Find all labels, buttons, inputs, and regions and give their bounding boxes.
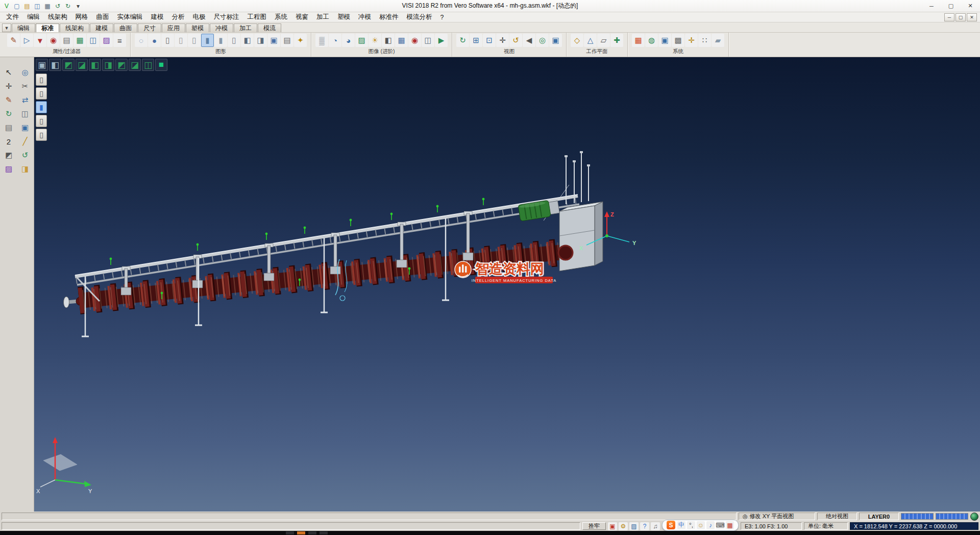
cylinder-shadow-icon[interactable]: ▮: [214, 34, 227, 47]
snapshot-icon[interactable]: ◫: [422, 34, 434, 47]
palette-icon[interactable]: ▨: [629, 522, 639, 530]
reset-filter-icon[interactable]: ≡: [113, 34, 126, 47]
ime-punct-icon[interactable]: °,: [687, 521, 695, 529]
animation-icon[interactable]: ▶: [435, 34, 448, 47]
doc-slot-3-icon[interactable]: ▮: [36, 101, 47, 113]
solid-stack-icon[interactable]: ▣: [267, 34, 280, 47]
color-filter-icon[interactable]: ▦: [74, 34, 86, 47]
move-icon[interactable]: ⇄: [18, 94, 32, 106]
units-indicator[interactable]: 单位: 毫米: [804, 522, 848, 530]
maximize-button[interactable]: ▢: [941, 0, 961, 12]
solid-list-icon[interactable]: ▤: [281, 34, 293, 47]
solid-group-icon[interactable]: ◧: [241, 34, 254, 47]
help-tray-icon[interactable]: ?: [640, 522, 649, 530]
background-icon[interactable]: ▦: [395, 34, 408, 47]
doc-slot-2-icon[interactable]: ▯: [36, 87, 47, 100]
zoom-icon[interactable]: ◎: [18, 66, 32, 79]
front-view-cube-icon[interactable]: ◩: [62, 59, 75, 71]
workplane-reset-icon[interactable]: ✚: [610, 34, 623, 47]
render-icon[interactable]: ◉: [408, 34, 421, 47]
undo-icon[interactable]: ↺: [53, 2, 62, 11]
workplane-xy-icon[interactable]: ◇: [571, 34, 583, 47]
snap-settings-icon[interactable]: ✛: [685, 34, 698, 47]
absolute-view-button[interactable]: 绝对视图: [817, 513, 857, 520]
pan-icon[interactable]: ✛: [2, 80, 15, 92]
attribute-brush-icon[interactable]: ▨: [100, 34, 113, 47]
info-icon[interactable]: ◩: [2, 149, 15, 161]
cylinder-outline-icon[interactable]: ▯: [161, 34, 174, 47]
workplane-3point-icon[interactable]: △: [584, 34, 597, 47]
zoom-fit-icon[interactable]: ⊡: [483, 34, 496, 47]
dynamic-view-icon[interactable]: ◎: [536, 34, 549, 47]
shaded-cube-icon[interactable]: ■: [155, 59, 167, 71]
plane-display-icon[interactable]: ▰: [712, 34, 724, 47]
windows-taskbar[interactable]: [0, 531, 980, 535]
capture-icon[interactable]: ▣: [608, 522, 617, 530]
solid-icon[interactable]: ▣: [18, 121, 32, 134]
ime-emoji-icon[interactable]: ☺: [697, 521, 705, 529]
system-globe-icon[interactable]: ◍: [645, 34, 658, 47]
matrix-icon[interactable]: ∷: [698, 34, 711, 47]
settings-gear-icon[interactable]: ⚙: [619, 522, 628, 530]
minimize-button[interactable]: ─: [922, 0, 941, 12]
cylinder-hidden-icon[interactable]: ▯: [175, 34, 187, 47]
render-style-icon[interactable]: ▨: [2, 163, 15, 175]
solid-split-icon[interactable]: ◨: [254, 34, 267, 47]
doc-slot-5-icon[interactable]: ▯: [36, 129, 47, 141]
preferences-icon[interactable]: ▣: [658, 34, 671, 47]
cylinder-ghost-icon[interactable]: ▯: [228, 34, 240, 47]
wireframe-display-icon[interactable]: ◌: [135, 34, 148, 47]
undo-history-icon[interactable]: ↺: [18, 149, 32, 161]
edit-attributes-icon[interactable]: ✎: [7, 34, 20, 47]
redo-icon[interactable]: ↻: [63, 2, 72, 11]
shaded-display-icon[interactable]: ●: [148, 34, 161, 47]
taskbar-item-active[interactable]: [297, 531, 305, 534]
globe-status-icon[interactable]: [970, 513, 978, 521]
layer-filter-icon[interactable]: ▤: [60, 34, 73, 47]
two-d-view-icon[interactable]: 2: [2, 135, 15, 148]
active-layer-indicator[interactable]: LAYER0: [859, 513, 899, 520]
refresh-view-icon[interactable]: ↻: [456, 34, 469, 47]
ime-lang-icon[interactable]: 中: [677, 521, 685, 529]
transparency-icon[interactable]: ◔: [329, 34, 341, 47]
viewport-layout-icon[interactable]: ▣: [36, 59, 48, 71]
trim-icon[interactable]: ✂: [18, 80, 32, 92]
copy-attributes-icon[interactable]: ▷: [20, 34, 33, 47]
open-file-icon[interactable]: ▤: [22, 2, 32, 11]
snap-lock-button[interactable]: 拴牢: [582, 522, 606, 530]
materials-icon[interactable]: ▨: [355, 34, 368, 47]
doc-slot-4-icon[interactable]: ▯: [36, 115, 47, 127]
previous-view-icon[interactable]: ◀: [523, 34, 535, 47]
iso-view-4-cube-icon[interactable]: ◫: [142, 59, 154, 71]
print-icon[interactable]: ▦: [43, 2, 52, 11]
color-settings-icon[interactable]: ▦: [632, 34, 645, 47]
paste-icon[interactable]: ◨: [18, 163, 32, 175]
shadow-icon[interactable]: ◧: [382, 34, 395, 47]
spark-icon[interactable]: ✦: [294, 34, 307, 47]
reflection-icon[interactable]: ◕: [342, 34, 355, 47]
cylinder-solid-icon[interactable]: ▮: [201, 34, 214, 47]
sketch-icon[interactable]: ✎: [2, 94, 15, 106]
pan-view-icon[interactable]: ✛: [496, 34, 509, 47]
rotate-icon[interactable]: ↻: [2, 108, 15, 120]
layers-icon[interactable]: ▤: [2, 121, 15, 134]
viewport-3d[interactable]: ▣◧◩◪◧◨◩◪◫■ ▯▯▮▯▯: [34, 57, 980, 512]
workplane-view-mode[interactable]: ◎ 修改 XY 平面视图: [739, 513, 815, 520]
iso-view-2-cube-icon[interactable]: ◩: [115, 59, 128, 71]
mdi-restore-button[interactable]: ▢: [955, 13, 966, 21]
mdi-minimize-button[interactable]: ─: [944, 13, 954, 21]
top-view-cube-icon[interactable]: ◪: [76, 59, 88, 71]
mdi-close-button[interactable]: ✕: [967, 13, 977, 21]
cylinder-dashed-icon[interactable]: ▯: [188, 34, 201, 47]
close-button[interactable]: ✕: [961, 0, 980, 12]
select-icon[interactable]: ↖: [2, 66, 15, 79]
save-file-icon[interactable]: ◫: [33, 2, 42, 11]
advanced-shade-icon[interactable]: ▒: [315, 34, 328, 47]
type-filter-icon[interactable]: ◫: [87, 34, 100, 47]
iso-view-1-cube-icon[interactable]: ◨: [102, 59, 114, 71]
rotate-view-icon[interactable]: ↺: [509, 34, 522, 47]
ime-keyboard-icon[interactable]: ⌨: [716, 521, 724, 529]
mirror-icon[interactable]: ◫: [18, 108, 32, 120]
new-file-icon[interactable]: ▢: [12, 2, 21, 11]
lights-icon[interactable]: ☀: [369, 34, 381, 47]
